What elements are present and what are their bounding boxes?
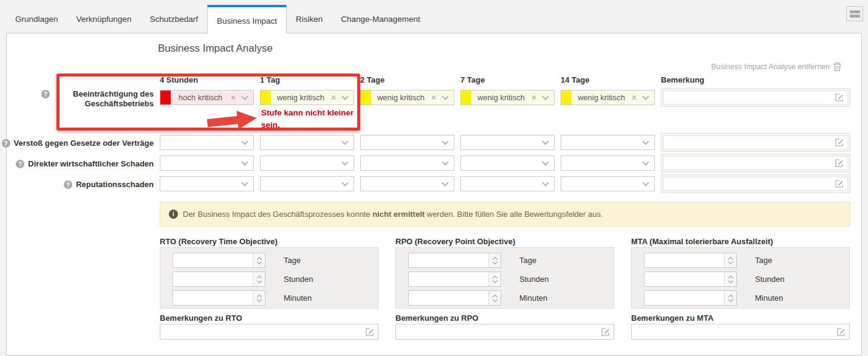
stepper-icon[interactable]: [253, 253, 265, 267]
law-1day-dropdown[interactable]: [260, 135, 354, 150]
law-14days-dropdown[interactable]: [561, 135, 655, 150]
mta-section-title: MTA (Maximal tolerierbare Ausfallzeit): [631, 237, 773, 246]
economic-7days-dropdown[interactable]: [460, 156, 555, 171]
rto-stunden-input[interactable]: [173, 272, 253, 286]
row-label-reputation-damage: ? Reputationsschaden: [64, 180, 154, 189]
rpo-remark-field: [395, 324, 614, 340]
chevron-down-icon[interactable]: [241, 179, 248, 186]
chevron-down-icon[interactable]: [642, 159, 649, 165]
rto-stunden-label: Stunden: [284, 275, 313, 284]
chevron-down-icon[interactable]: [241, 159, 248, 165]
column-header-row: 4 Stunden 1 Tag 2 Tage 7 Tage 14 Tage Be…: [160, 75, 850, 84]
economic-1day-dropdown[interactable]: [260, 156, 354, 171]
reputation-2days-dropdown[interactable]: [360, 176, 454, 191]
chevron-down-icon[interactable]: [542, 179, 548, 186]
row-label-text: Beeinträchtigung des Geschäftsbetriebs: [53, 89, 154, 109]
help-icon[interactable]: ?: [16, 160, 24, 168]
law-2days-dropdown[interactable]: [360, 135, 454, 150]
law-7days-dropdown[interactable]: [460, 135, 555, 150]
clear-icon[interactable]: ✕: [531, 94, 537, 102]
trash-icon: [833, 62, 841, 71]
stepper-icon[interactable]: [488, 291, 501, 305]
rpo-stunden-input[interactable]: [409, 272, 488, 286]
economic-14days-dropdown[interactable]: [561, 156, 655, 171]
rto-remark-input[interactable]: [160, 327, 365, 337]
edit-icon[interactable]: [835, 159, 844, 168]
law-remark-input[interactable]: [664, 138, 835, 147]
chevron-down-icon[interactable]: [642, 138, 649, 145]
tab-business-impact[interactable]: Business Impact: [207, 5, 287, 34]
stepper-icon[interactable]: [724, 253, 736, 267]
chevron-down-icon[interactable]: [341, 159, 348, 165]
remove-bia-link[interactable]: Business Impact Analyse entfernen: [711, 62, 841, 71]
edit-icon[interactable]: [835, 179, 844, 188]
stepper-icon[interactable]: [488, 253, 501, 267]
layout-toggle-button[interactable]: [846, 6, 863, 21]
edit-icon[interactable]: [835, 93, 844, 102]
edit-icon[interactable]: [835, 138, 844, 147]
reputation-14days-dropdown[interactable]: [561, 176, 655, 191]
chevron-down-icon[interactable]: [241, 93, 248, 100]
impact-4h-dropdown[interactable]: hoch kritisch ✕: [160, 90, 254, 105]
impact-1day-dropdown[interactable]: wenig kritisch ✕: [260, 90, 354, 105]
tab-change-management[interactable]: Change-Management: [332, 5, 429, 33]
edit-icon[interactable]: [365, 327, 374, 337]
clear-icon[interactable]: ✕: [631, 94, 637, 102]
chevron-down-icon[interactable]: [341, 138, 348, 145]
rto-tage-field: [173, 253, 265, 268]
chevron-down-icon[interactable]: [442, 93, 448, 100]
chevron-down-icon[interactable]: [442, 179, 448, 186]
tab-risiken[interactable]: Risiken: [287, 5, 332, 33]
mta-tage-input[interactable]: [644, 253, 724, 267]
tab-verknuepfungen[interactable]: Verknüpfungen: [67, 5, 141, 33]
rpo-remark-input[interactable]: [396, 327, 601, 337]
chevron-down-icon[interactable]: [341, 179, 348, 186]
clear-icon[interactable]: ✕: [431, 94, 437, 102]
economic-2days-dropdown[interactable]: [360, 156, 454, 171]
mta-remark-input[interactable]: [632, 327, 836, 337]
chevron-down-icon[interactable]: [442, 159, 448, 165]
stepper-icon[interactable]: [724, 272, 736, 286]
tab-schutzbedarf[interactable]: Schutzbedarf: [140, 5, 207, 33]
chevron-down-icon[interactable]: [442, 138, 448, 145]
clear-icon[interactable]: ✕: [230, 94, 236, 102]
impact-remark-input[interactable]: [664, 93, 835, 102]
impact-2days-dropdown[interactable]: wenig kritisch ✕: [360, 90, 454, 105]
chevron-down-icon[interactable]: [542, 93, 548, 100]
help-icon[interactable]: ?: [41, 90, 50, 98]
mta-minuten-input[interactable]: [644, 291, 724, 305]
severity-color-swatch: [361, 91, 371, 104]
rpo-tage-input[interactable]: [409, 253, 488, 267]
reputation-4h-dropdown[interactable]: [160, 176, 254, 191]
economic-4h-dropdown[interactable]: [160, 156, 254, 171]
rto-tage-input[interactable]: [173, 253, 253, 267]
stepper-icon[interactable]: [724, 291, 736, 305]
mta-stunden-input[interactable]: [644, 272, 724, 286]
help-icon[interactable]: ?: [64, 180, 72, 189]
rpo-stunden-label: Stunden: [519, 275, 548, 284]
help-icon[interactable]: ?: [2, 139, 10, 148]
reputation-1day-dropdown[interactable]: [260, 176, 354, 191]
chevron-down-icon[interactable]: [341, 93, 348, 100]
chevron-down-icon[interactable]: [642, 93, 649, 100]
reputation-remark-input[interactable]: [664, 179, 835, 188]
rpo-minuten-input[interactable]: [409, 291, 488, 305]
stepper-icon[interactable]: [253, 291, 265, 305]
chevron-down-icon[interactable]: [642, 179, 649, 186]
law-4h-dropdown[interactable]: [160, 135, 254, 150]
edit-icon[interactable]: [836, 327, 846, 337]
chevron-down-icon[interactable]: [542, 159, 548, 165]
clear-icon[interactable]: ✕: [330, 94, 337, 102]
stepper-icon[interactable]: [253, 272, 265, 286]
tab-grundlagen[interactable]: Grundlagen: [6, 5, 67, 33]
impact-7days-dropdown[interactable]: wenig kritisch ✕: [460, 90, 555, 105]
stepper-icon[interactable]: [488, 272, 501, 286]
rto-minuten-input[interactable]: [173, 291, 253, 305]
edit-icon[interactable]: [601, 327, 610, 337]
impact-14days-dropdown[interactable]: wenig kritisch ✕: [561, 90, 655, 105]
reputation-7days-dropdown[interactable]: [460, 176, 555, 191]
chevron-down-icon[interactable]: [542, 138, 548, 145]
economic-remark-input[interactable]: [664, 159, 835, 168]
page-title: Business Impact Analyse: [158, 43, 273, 55]
chevron-down-icon[interactable]: [241, 138, 248, 145]
